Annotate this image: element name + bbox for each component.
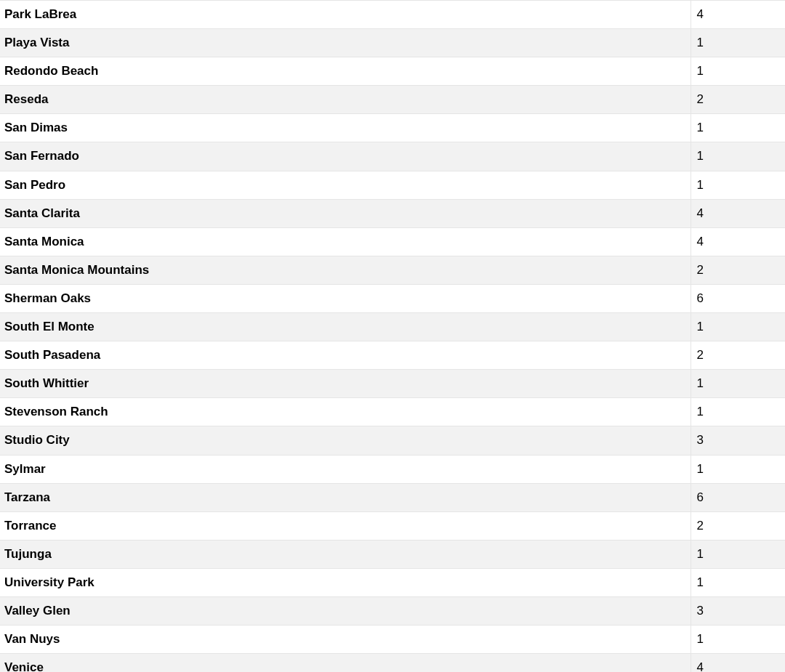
table-row: Studio City3 <box>0 426 785 455</box>
table-row: Van Nuys1 <box>0 626 785 654</box>
row-count: 6 <box>691 284 785 312</box>
row-count: 2 <box>691 511 785 540</box>
row-count: 1 <box>691 370 785 398</box>
table-row: Park LaBrea4 <box>0 1 785 29</box>
row-count: 1 <box>691 142 785 171</box>
row-count: 4 <box>691 654 785 672</box>
table-row: University Park1 <box>0 568 785 596</box>
row-name: Stevenson Ranch <box>0 398 691 426</box>
row-name: Park LaBrea <box>0 1 691 29</box>
table-row: San Fernado1 <box>0 142 785 171</box>
data-table: Park LaBrea4Playa Vista1Redondo Beach1Re… <box>0 0 785 672</box>
row-count: 1 <box>691 626 785 654</box>
table-row: Tarzana6 <box>0 483 785 511</box>
table-row: Sherman Oaks6 <box>0 284 785 312</box>
row-name: Tarzana <box>0 483 691 511</box>
row-name: Santa Clarita <box>0 199 691 227</box>
row-name: Torrance <box>0 511 691 540</box>
row-count: 2 <box>691 86 785 114</box>
table-row: San Dimas1 <box>0 114 785 142</box>
row-count: 6 <box>691 483 785 511</box>
row-name: Valley Glen <box>0 596 691 625</box>
row-count: 4 <box>691 227 785 256</box>
row-count: 1 <box>691 313 785 341</box>
row-name: Santa Monica Mountains <box>0 256 691 284</box>
row-name: Sylmar <box>0 455 691 483</box>
row-count: 1 <box>691 29 785 57</box>
table-row: Torrance2 <box>0 511 785 540</box>
row-name: San Fernado <box>0 142 691 171</box>
table-row: Santa Monica4 <box>0 227 785 256</box>
table-row: Santa Monica Mountains2 <box>0 256 785 284</box>
row-count: 1 <box>691 455 785 483</box>
row-count: 1 <box>691 568 785 596</box>
table-row: Santa Clarita4 <box>0 199 785 227</box>
row-count: 1 <box>691 171 785 199</box>
row-name: Reseda <box>0 86 691 114</box>
row-name: Studio City <box>0 426 691 455</box>
table-row: South Pasadena2 <box>0 341 785 370</box>
row-name: Venice <box>0 654 691 672</box>
row-name: South El Monte <box>0 313 691 341</box>
table-row: Tujunga1 <box>0 540 785 568</box>
table-row: Redondo Beach1 <box>0 57 785 86</box>
row-count: 1 <box>691 540 785 568</box>
row-name: Sherman Oaks <box>0 284 691 312</box>
row-count: 1 <box>691 57 785 86</box>
row-name: Playa Vista <box>0 29 691 57</box>
table-row: San Pedro1 <box>0 171 785 199</box>
row-name: University Park <box>0 568 691 596</box>
row-count: 3 <box>691 426 785 455</box>
table-body: Park LaBrea4Playa Vista1Redondo Beach1Re… <box>0 1 785 673</box>
row-name: San Pedro <box>0 171 691 199</box>
row-name: Santa Monica <box>0 227 691 256</box>
row-name: Van Nuys <box>0 626 691 654</box>
table-row: Stevenson Ranch1 <box>0 398 785 426</box>
row-name: Redondo Beach <box>0 57 691 86</box>
row-count: 2 <box>691 341 785 370</box>
row-name: Tujunga <box>0 540 691 568</box>
row-count: 4 <box>691 199 785 227</box>
table-row: South El Monte1 <box>0 313 785 341</box>
row-count: 1 <box>691 114 785 142</box>
table-row: Reseda2 <box>0 86 785 114</box>
table-row: Valley Glen3 <box>0 596 785 625</box>
row-name: San Dimas <box>0 114 691 142</box>
table-row: Venice4 <box>0 654 785 672</box>
row-count: 1 <box>691 398 785 426</box>
table-row: Playa Vista1 <box>0 29 785 57</box>
row-name: South Whittier <box>0 370 691 398</box>
row-count: 3 <box>691 596 785 625</box>
table-row: Sylmar1 <box>0 455 785 483</box>
row-count: 4 <box>691 1 785 29</box>
row-count: 2 <box>691 256 785 284</box>
row-name: South Pasadena <box>0 341 691 370</box>
table-row: South Whittier1 <box>0 370 785 398</box>
